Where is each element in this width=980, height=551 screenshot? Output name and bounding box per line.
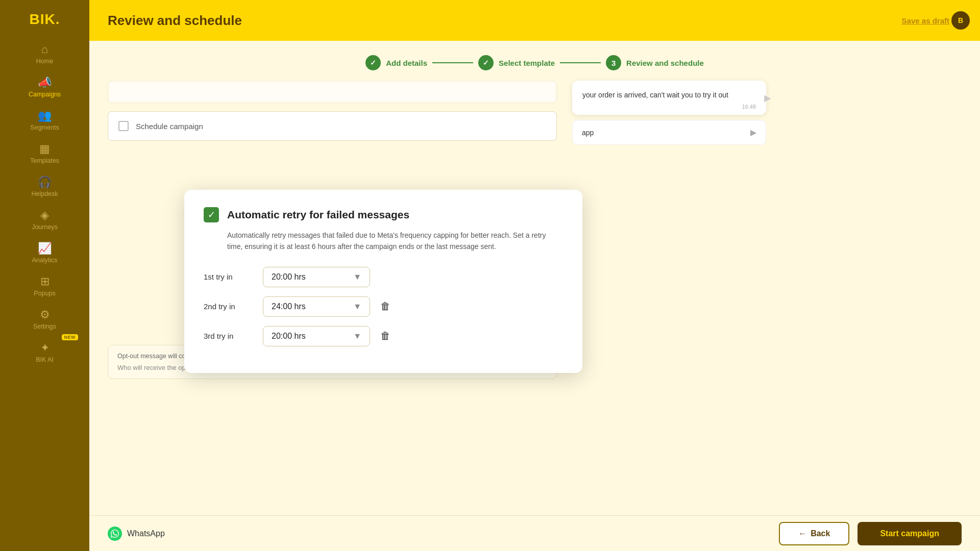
step-circle-2: ✓: [478, 55, 494, 70]
sidebar-label-helpdesk: Helpdesk: [31, 190, 58, 197]
step-add-details: ✓ Add details: [365, 55, 427, 70]
try-label-2: 2nd try in: [204, 302, 255, 311]
delete-try-2-button[interactable]: 🗑: [378, 298, 393, 314]
sidebar-item-journeys[interactable]: ◈ Journeys: [0, 203, 89, 236]
step-select-template: ✓ Select template: [478, 55, 555, 70]
try-row-2: 2nd try in 24:00 hrs ▼ 🗑: [204, 296, 563, 317]
try-select-2[interactable]: 24:00 hrs ▼: [263, 296, 370, 317]
retry-checkbox[interactable]: ✓: [204, 207, 219, 222]
delete-try-3-button[interactable]: 🗑: [378, 328, 393, 344]
sidebar-label-home: Home: [36, 58, 53, 65]
sidebar: BIK. ⌂ Home 📣 Campaigns 👥 Segments ▦ Tem…: [0, 0, 89, 551]
preview-time: 16:48: [582, 104, 756, 110]
sidebar-label-bik-ai: BIK AI: [36, 356, 54, 363]
whatsapp-bottom-indicator: WhatsApp: [108, 527, 165, 541]
back-arrow-icon: ←: [798, 529, 806, 538]
retry-title: Automatic retry for failed messages: [227, 209, 409, 221]
try-select-1[interactable]: 20:00 hrs ▼: [263, 267, 370, 287]
sidebar-item-campaigns[interactable]: 📣 Campaigns: [0, 70, 89, 103]
retry-header: ✓ Automatic retry for failed messages: [204, 207, 563, 222]
page-title: Review and schedule: [108, 13, 242, 29]
sidebar-logo: BIK.: [0, 0, 89, 37]
back-button[interactable]: ← Back: [779, 522, 849, 545]
helpdesk-icon: 🎧: [38, 177, 52, 188]
chevron-down-icon-2: ▼: [353, 302, 361, 311]
templates-icon: ▦: [39, 143, 50, 155]
retry-description: Automatically retry messages that failed…: [204, 230, 563, 253]
home-icon: ⌂: [41, 44, 48, 55]
try-label-1: 1st try in: [204, 272, 255, 281]
whatsapp-preview-label: app: [582, 129, 594, 137]
sidebar-label-segments: Segments: [30, 124, 59, 131]
step-review-schedule: 3 Review and schedule: [606, 55, 704, 70]
schedule-checkbox[interactable]: [118, 121, 129, 131]
whatsapp-preview-section[interactable]: app ▶: [572, 120, 766, 145]
sidebar-label-popups: Popups: [34, 290, 55, 297]
step-circle-1: ✓: [365, 55, 381, 70]
sidebar-nav: ⌂ Home 📣 Campaigns 👥 Segments ▦ Template…: [0, 37, 89, 551]
content-area: Schedule campaign ✓ Automatic retry for …: [89, 81, 980, 379]
step-line-1: [432, 62, 473, 63]
campaigns-icon: 📣: [38, 77, 52, 88]
stepper: ✓ Add details ✓ Select template 3 Review…: [89, 41, 980, 81]
chevron-down-icon-1: ▼: [353, 272, 361, 282]
bottom-bar: WhatsApp ← Back Start campaign: [89, 515, 980, 551]
sidebar-label-templates: Templates: [30, 157, 59, 164]
new-badge: NEW: [62, 334, 79, 340]
sidebar-item-analytics[interactable]: 📈 Analytics: [0, 236, 89, 269]
step-circle-3: 3: [606, 55, 621, 70]
try-value-2: 24:00 hrs: [272, 302, 306, 311]
sidebar-label-analytics: Analytics: [32, 257, 57, 264]
main-content: Review and schedule Save as draft B ✓ Ad…: [89, 0, 980, 551]
chevron-right-icon: ▶: [750, 128, 756, 137]
start-campaign-button[interactable]: Start campaign: [857, 522, 962, 545]
sidebar-item-templates[interactable]: ▦ Templates: [0, 136, 89, 169]
settings-icon: ⚙: [40, 309, 50, 320]
sidebar-item-popups[interactable]: ⊞ Popups: [0, 269, 89, 302]
top-bar: Review and schedule Save as draft B: [89, 0, 980, 41]
schedule-row: Schedule campaign: [108, 111, 557, 141]
try-row-1: 1st try in 20:00 hrs ▼: [204, 267, 563, 287]
right-panel: your order is arrived, can't wait you to…: [572, 81, 766, 379]
try-select-3[interactable]: 20:00 hrs ▼: [263, 326, 370, 346]
bik-ai-icon: ✦: [40, 342, 50, 354]
sidebar-item-segments[interactable]: 👥 Segments: [0, 103, 89, 136]
preview-arrow-icon: ▶: [764, 92, 771, 104]
left-panel: Schedule campaign ✓ Automatic retry for …: [108, 81, 557, 379]
sidebar-label-settings: Settings: [33, 323, 56, 330]
retry-modal: ✓ Automatic retry for failed messages Au…: [184, 190, 582, 373]
journeys-icon: ◈: [40, 210, 49, 221]
checkmark-icon: ✓: [208, 209, 215, 220]
sidebar-label-journeys: Journeys: [32, 223, 58, 231]
blurred-input-row: [108, 81, 557, 103]
try-label-3: 3rd try in: [204, 332, 255, 340]
sidebar-item-bik-ai-wrap: NEW ✦ BIK AI: [0, 335, 89, 368]
sidebar-item-helpdesk[interactable]: 🎧 Helpdesk: [0, 169, 89, 203]
save-draft-link[interactable]: Save as draft: [902, 16, 949, 25]
step-line-2: [560, 62, 601, 63]
segments-icon: 👥: [38, 110, 52, 121]
whatsapp-icon: [108, 527, 122, 541]
chevron-down-icon-3: ▼: [353, 332, 361, 341]
sidebar-label-campaigns: Campaigns: [29, 91, 61, 98]
step-label-2: Select template: [499, 59, 555, 67]
preview-text: your order is arrived, can't wait you to…: [582, 90, 756, 101]
try-value-3: 20:00 hrs: [272, 332, 306, 341]
preview-bubble: your order is arrived, can't wait you to…: [572, 81, 766, 115]
retry-section-container: ✓ Automatic retry for failed messages Au…: [108, 149, 557, 333]
schedule-label: Schedule campaign: [136, 122, 203, 131]
whatsapp-bottom-label: WhatsApp: [127, 529, 165, 538]
sidebar-item-home[interactable]: ⌂ Home: [0, 37, 89, 70]
step-label-1: Add details: [386, 59, 427, 67]
popups-icon: ⊞: [40, 276, 50, 287]
bottom-buttons: ← Back Start campaign: [779, 522, 962, 545]
sidebar-item-settings[interactable]: ⚙ Settings: [0, 302, 89, 335]
try-row-3: 3rd try in 20:00 hrs ▼ 🗑: [204, 326, 563, 346]
step-label-3: Review and schedule: [626, 59, 704, 67]
analytics-icon: 📈: [38, 243, 52, 254]
logo-text: BIK.: [30, 11, 60, 28]
try-value-1: 20:00 hrs: [272, 272, 306, 282]
avatar: B: [951, 11, 970, 30]
